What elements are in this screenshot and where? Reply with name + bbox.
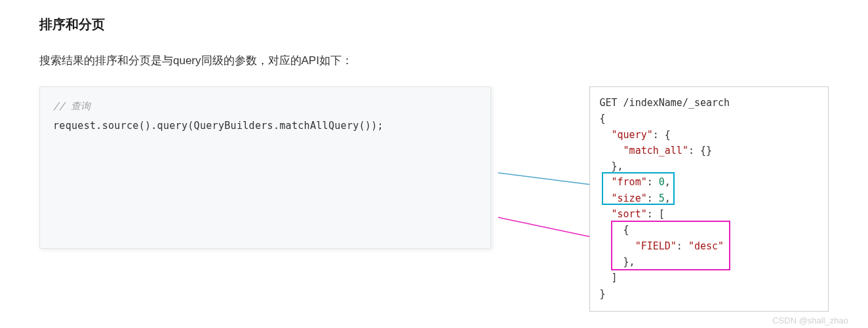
json-pre: GET /indexName/_search { "query": { "mat… (599, 95, 819, 302)
code-comment: // 查询 (53, 96, 477, 116)
watermark: CSDN @shall_zhao (772, 316, 848, 325)
java-code-block: // 查询 request.source().query(QueryBuilde… (39, 86, 491, 249)
section-description: 搜索结果的排序和分页是与query同级的参数，对应的API如下： (39, 53, 829, 68)
code-line: request.source().query(QueryBuilders.mat… (53, 116, 477, 136)
json-code-block: GET /indexName/_search { "query": { "mat… (589, 86, 829, 312)
section-heading: 排序和分页 (39, 16, 829, 33)
content-row: // 查询 request.source().query(QueryBuilde… (39, 86, 829, 312)
